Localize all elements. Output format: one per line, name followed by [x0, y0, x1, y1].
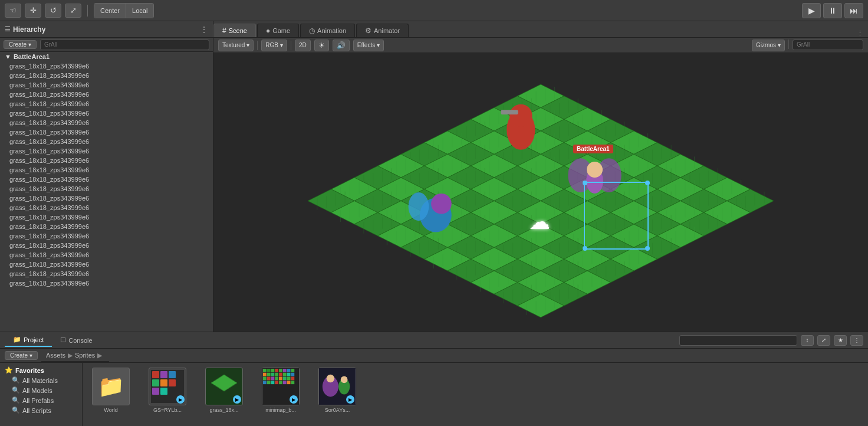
- svg-rect-544: [271, 377, 275, 381]
- sound-button[interactable]: 🔊: [333, 40, 350, 51]
- hierarchy-search-input[interactable]: [40, 40, 209, 50]
- search-icon: 🔍: [12, 376, 20, 384]
- svg-rect-538: [279, 373, 282, 376]
- search-icon: 🔍: [12, 396, 20, 404]
- hierarchy-header: ☰ Hierarchy ⋮: [0, 21, 213, 38]
- 2d-button[interactable]: 2D: [295, 40, 311, 51]
- step-button[interactable]: ⏭: [844, 3, 863, 18]
- effects-dropdown[interactable]: Effects ▾: [353, 40, 384, 51]
- tree-item-favorites[interactable]: ⭐ Favorites: [0, 365, 82, 375]
- tree-item-all-materials[interactable]: 🔍 All Materials: [0, 375, 82, 385]
- svg-rect-547: [283, 377, 287, 381]
- hand-tool-button[interactable]: ☜: [5, 4, 21, 18]
- svg-point-510: [431, 194, 452, 214]
- list-item[interactable]: grass_18x18_zps343999e6: [0, 109, 213, 118]
- local-button[interactable]: Local: [126, 4, 153, 18]
- scene-viewport[interactable]: BattleArea1 ☁: [213, 53, 868, 332]
- asset-gsrylb[interactable]: ▶ GS=RYLb...: [144, 368, 191, 413]
- asset-grass[interactable]: ▶ grass_18x...: [200, 368, 248, 413]
- asset-play-icon-minimap: ▶: [290, 395, 298, 404]
- rotate-tool-button[interactable]: ↺: [45, 4, 61, 18]
- list-item[interactable]: grass_18x18_zps343999e6: [0, 250, 213, 260]
- project-create-button[interactable]: Create ▾: [5, 351, 38, 360]
- scene-tab-menu[interactable]: ⋮: [857, 30, 863, 37]
- rgb-dropdown[interactable]: RGB ▾: [261, 40, 287, 51]
- svg-rect-513: [152, 371, 159, 378]
- list-item[interactable]: grass_18x18_zps343999e6: [0, 203, 213, 212]
- tree-item-all-prefabs[interactable]: 🔍 All Prefabs: [0, 395, 82, 405]
- asset-sor0ays[interactable]: ▶ Sor0AYs...: [314, 368, 361, 413]
- list-item[interactable]: grass_18x18_zps343999e6: [0, 118, 213, 127]
- sep: [291, 41, 291, 50]
- svg-point-511: [409, 192, 429, 221]
- list-item[interactable]: grass_18x18_zps343999e6: [0, 137, 213, 146]
- list-item[interactable]: grass_18x18_zps343999e6: [0, 146, 213, 156]
- breadcrumb-assets[interactable]: Assets: [46, 352, 65, 359]
- list-item[interactable]: grass_18x18_zps343999e6: [0, 231, 213, 241]
- tab-project[interactable]: 📁 Project: [5, 333, 52, 347]
- asset-label-sor0ays: Sor0AYs...: [314, 407, 361, 413]
- hierarchy-list: ▼ BattleArea1 grass_18x18_zps343999e6 gr…: [0, 52, 213, 332]
- scene-right-controls: Gizmos ▾: [752, 40, 863, 51]
- list-item[interactable]: grass_18x18_zps343999e6: [0, 156, 213, 165]
- search-icon: 🔍: [12, 407, 20, 414]
- hierarchy-create-button[interactable]: Create ▾: [4, 40, 37, 49]
- list-item[interactable]: grass_18x18_zps343999e6: [0, 127, 213, 137]
- bottom-btn-2[interactable]: ⤢: [817, 335, 830, 346]
- list-item[interactable]: grass_18x18_zps343999e6: [0, 61, 213, 71]
- sep: [257, 41, 258, 50]
- add-tool-button[interactable]: ✛: [25, 4, 41, 18]
- play-controls: ▶ ⏸ ⏭: [802, 3, 863, 18]
- tab-game[interactable]: ● Game: [257, 24, 299, 37]
- list-item[interactable]: grass_18x18_zps343999e6: [0, 260, 213, 269]
- list-item[interactable]: grass_18x18_zps343999e6: [0, 80, 213, 90]
- center-button[interactable]: Center: [94, 4, 126, 18]
- project-tree: ⭐ Favorites 🔍 All Materials 🔍 All Models…: [0, 363, 83, 426]
- list-item[interactable]: grass_18x18_zps343999e6: [0, 194, 213, 203]
- list-item[interactable]: grass_18x18_zps343999e6: [0, 241, 213, 250]
- list-item[interactable]: grass_18x18_zps343999e6: [0, 278, 213, 288]
- tab-animation[interactable]: ◷ Animation: [300, 24, 355, 37]
- list-item[interactable]: grass_18x18_zps343999e6: [0, 165, 213, 175]
- asset-minimap[interactable]: ▶ minimap_b...: [257, 368, 304, 413]
- list-item[interactable]: grass_18x18_zps343999e6: [0, 175, 213, 184]
- tree-item-all-models[interactable]: 🔍 All Models: [0, 385, 82, 395]
- tab-animator[interactable]: ⚙ Animator: [356, 24, 409, 37]
- list-item[interactable]: grass_18x18_zps343999e6: [0, 212, 213, 222]
- bottom-btn-3[interactable]: ★: [834, 335, 847, 346]
- bottom-menu-icon[interactable]: ⋮: [850, 335, 863, 346]
- tree-item-all-scripts[interactable]: 🔍 All Scripts: [0, 405, 82, 415]
- favorites-icon: ⭐: [5, 366, 13, 374]
- scene-search-input[interactable]: [793, 40, 863, 50]
- list-item[interactable]: grass_18x18_zps343999e6: [0, 222, 213, 231]
- bottom-search-input[interactable]: [679, 335, 797, 346]
- hierarchy-root-item[interactable]: ▼ BattleArea1: [0, 52, 213, 61]
- breadcrumb-arrow-2: ▶: [97, 352, 102, 359]
- list-item[interactable]: grass_18x18_zps343999e6: [0, 269, 213, 278]
- sun-button[interactable]: ☀: [314, 40, 329, 51]
- svg-rect-556: [287, 381, 291, 384]
- list-item[interactable]: grass_18x18_zps343999e6: [0, 184, 213, 194]
- list-item[interactable]: grass_18x18_zps343999e6: [0, 90, 213, 99]
- gizmos-dropdown[interactable]: Gizmos ▾: [752, 40, 785, 51]
- list-item[interactable]: grass_18x18_zps343999e6: [0, 71, 213, 80]
- list-item[interactable]: grass_18x18_zps343999e6: [0, 99, 213, 109]
- breadcrumb-sprites[interactable]: Sprites: [75, 352, 95, 359]
- svg-rect-537: [275, 373, 278, 376]
- bottom-btn-1[interactable]: ↕: [801, 335, 814, 346]
- play-button[interactable]: ▶: [802, 3, 821, 18]
- svg-rect-514: [160, 371, 167, 378]
- pause-button[interactable]: ⏸: [823, 3, 842, 18]
- hierarchy-menu-icon[interactable]: ⋮: [200, 25, 208, 34]
- tab-console[interactable]: ☐ Console: [52, 334, 100, 346]
- tab-scene[interactable]: # Scene: [213, 24, 256, 37]
- hierarchy-title: Hierarchy: [13, 25, 198, 34]
- svg-rect-542: [263, 377, 267, 381]
- asset-thumb-grass: ▶: [205, 368, 243, 405]
- maximize-tool-button[interactable]: ⤢: [65, 4, 81, 18]
- separator-1: [87, 5, 88, 17]
- asset-world[interactable]: 📁 World: [87, 368, 134, 413]
- scene-tab-right: ⋮: [857, 30, 868, 37]
- textured-dropdown[interactable]: Textured ▾: [218, 40, 254, 51]
- svg-rect-516: [152, 379, 159, 386]
